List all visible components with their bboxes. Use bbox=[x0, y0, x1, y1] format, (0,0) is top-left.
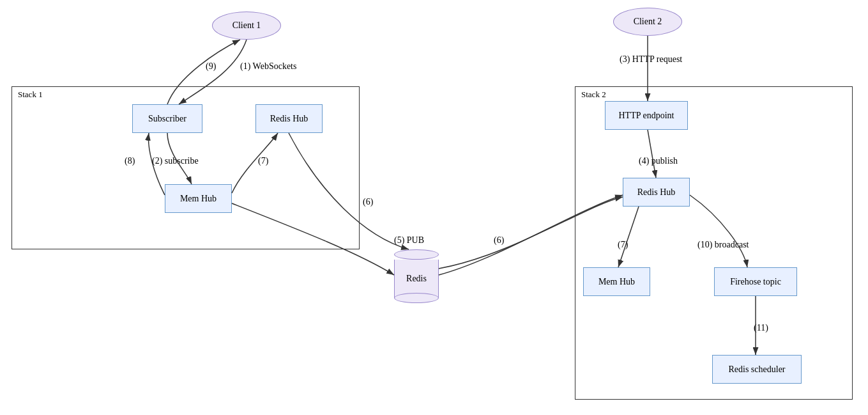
label-6a: (6) bbox=[363, 197, 373, 207]
label-11: (11) bbox=[754, 323, 768, 333]
label-7a: (7) bbox=[258, 156, 268, 166]
label-http-request: (3) HTTP request bbox=[620, 54, 682, 65]
label-websockets: (1) WebSockets bbox=[240, 61, 296, 72]
label-publish: (4) publish bbox=[639, 156, 678, 166]
firehose-topic-node: Firehose topic bbox=[714, 267, 797, 296]
stack2-label: Stack 2 bbox=[581, 90, 606, 100]
label-10: (10) broadcast bbox=[697, 240, 749, 250]
mem-hub-2-node: Mem Hub bbox=[583, 267, 650, 296]
diagram: Stack 1 Stack 2 Client 1 Client 2 Subscr… bbox=[0, 0, 868, 415]
http-endpoint-node: HTTP endpoint bbox=[605, 101, 688, 130]
redis-hub-1-node: Redis Hub bbox=[255, 104, 323, 133]
redis-hub-2-node: Redis Hub bbox=[623, 178, 690, 207]
redis-scheduler-node: Redis scheduler bbox=[712, 355, 802, 384]
label-8: (8) bbox=[125, 156, 135, 166]
label-9: (9) bbox=[206, 61, 216, 72]
mem-hub-1-node: Mem Hub bbox=[165, 184, 232, 213]
label-6b: (6) bbox=[494, 235, 504, 246]
client1-node: Client 1 bbox=[212, 12, 281, 40]
client2-node: Client 2 bbox=[613, 8, 682, 36]
label-subscribe: (2) subscribe bbox=[152, 156, 199, 166]
stack1-label: Stack 1 bbox=[18, 90, 43, 100]
label-7b: (7) bbox=[618, 240, 628, 250]
subscriber-node: Subscriber bbox=[132, 104, 202, 133]
redis-node: Redis bbox=[394, 249, 439, 303]
label-pub5: (5) PUB bbox=[394, 235, 424, 246]
